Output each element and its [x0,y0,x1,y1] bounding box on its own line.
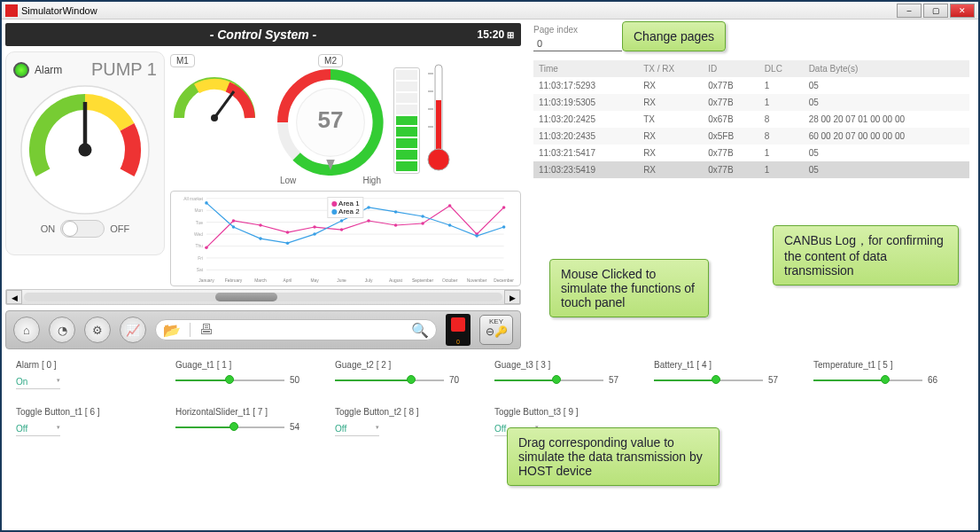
svg-point-5 [211,114,218,121]
svg-text:April: April [284,278,292,283]
alarm-led-icon [13,62,29,78]
svg-text:All market: All market [183,197,203,201]
home-button[interactable]: ⌂ [13,317,40,343]
gauge-button[interactable]: ◔ [49,317,75,343]
slider-value: 66 [928,375,937,385]
svg-text:Thu: Thu [196,244,204,248]
close-button[interactable]: ✕ [950,4,975,18]
svg-point-62 [421,215,424,218]
svg-text:November: November [467,278,487,283]
folder-icon[interactable]: 📂 [163,322,181,339]
slider[interactable] [654,379,763,381]
slider[interactable] [813,379,922,381]
pump-toggle[interactable]: ON OFF [13,220,157,238]
minimize-button[interactable]: – [897,4,922,18]
table-row[interactable]: 11:03:19:5305RX0x77B105 [533,94,969,111]
control-label: Guage_t2 [ 2 ] [335,360,459,370]
slider[interactable] [335,379,444,381]
svg-point-42 [205,246,208,249]
svg-text:Fri: Fri [198,256,203,261]
print-icon[interactable]: 🖶 [199,322,214,338]
callout-change-pages: Change pages [622,21,726,51]
scroll-left-button[interactable]: ◀ [6,290,22,304]
slider-value: 70 [449,375,459,385]
svg-text:Tue: Tue [196,221,204,225]
m2-label: M2 [318,54,343,67]
svg-point-63 [448,223,452,227]
alarm-label: Alarm [35,64,62,76]
svg-point-47 [340,228,344,231]
window-title: SimulatorWindow [21,5,97,16]
svg-point-58 [313,232,316,236]
svg-text:October: October [442,278,458,283]
table-row[interactable]: 11:03:20:2425TX0x67B828 00 20 07 01 00 0… [533,111,969,128]
table-row[interactable]: 11:03:17:5293RX0x77B105 [533,77,969,94]
dropdown[interactable]: Off [16,422,60,436]
m2-value: 57 [277,106,384,134]
slider-value: 57 [768,375,778,385]
svg-point-43 [232,219,236,223]
slider[interactable] [175,426,284,428]
search-icon[interactable]: 🔍 [411,322,429,339]
pump-name: PUMP 1 [91,59,157,80]
table-row[interactable]: 11:03:23:5419RX0x77B105 [533,161,969,178]
col-dlc: DLC [759,60,804,77]
svg-point-50 [421,222,424,225]
scroll-right-button[interactable]: ▶ [504,290,520,304]
chart-legend: Area 1 Area 2 [327,197,363,218]
horizontal-scrollbar[interactable]: ◀ ▶ [5,289,521,305]
control-label: Toggle Button_t3 [ 9 ] [494,407,618,417]
control-item: Toggle Button_t1 [ 6 ]Off [16,407,140,436]
m1-label: M1 [170,54,195,67]
svg-point-53 [502,206,506,209]
control-label: Toggle Button_t2 [ 8 ] [335,407,459,417]
callout-canbus-log: CANBus Log，for confirming the content of… [773,225,959,286]
svg-line-4 [214,91,234,118]
table-row[interactable]: 11:03:21:5417RX0x77B105 [533,145,969,161]
slider[interactable] [494,379,603,381]
chart-button[interactable]: 📈 [120,317,146,343]
svg-point-54 [205,201,208,205]
svg-text:December: December [494,278,514,283]
control-label: Temperature_t1 [ 5 ] [813,360,937,370]
page-index-input[interactable]: 0 [533,36,622,51]
col-data: Data Byte(s) [804,60,969,77]
key-button[interactable]: KEY ⊖🔑 [479,315,513,345]
control-label: Toggle Button_t1 [ 6 ] [16,407,140,417]
battery-bars [393,67,420,174]
svg-text:March: March [254,278,267,283]
dropdown[interactable]: On [16,375,60,389]
svg-point-64 [475,234,478,238]
control-label: Guage_t1 [ 1 ] [175,360,299,370]
svg-point-48 [367,219,370,223]
svg-point-55 [232,225,236,229]
svg-text:June: June [337,278,346,283]
slider-value: 50 [290,375,299,385]
svg-point-46 [313,225,316,229]
svg-point-49 [394,223,398,227]
control-label: Battery_t1 [ 4 ] [654,360,778,370]
svg-text:January: January [198,278,214,283]
svg-text:August: August [389,278,403,283]
power-switch[interactable] [446,314,471,346]
dashboard-clock: 15:20 [478,28,514,41]
settings-button[interactable]: ⚙ [84,317,111,343]
dropdown[interactable]: Off [335,422,379,436]
search-box[interactable]: 📂 🖶 🔍 [155,319,437,340]
toggle-off-label: OFF [110,223,129,234]
gauge-m1: M1 [170,51,268,185]
svg-text:May: May [310,278,319,283]
control-item: HorizontalSlider_t1 [ 7 ]54 [175,407,299,436]
table-row[interactable]: 11:03:20:2435RX0x5FB860 00 20 07 00 00 0… [533,128,969,145]
control-label: Alarm [ 0 ] [16,360,140,370]
svg-point-56 [259,237,262,240]
app-icon [5,4,18,17]
slider[interactable] [175,379,284,381]
callout-mouse-click: Mouse Clicked to simulate the functions … [549,259,709,317]
col-id: ID [703,60,759,77]
svg-point-51 [448,204,452,207]
page-index-label: Page index [533,25,969,35]
maximize-button[interactable]: ▢ [923,4,948,18]
scroll-thumb[interactable] [215,293,277,301]
control-item: Alarm [ 0 ]On [16,360,140,389]
